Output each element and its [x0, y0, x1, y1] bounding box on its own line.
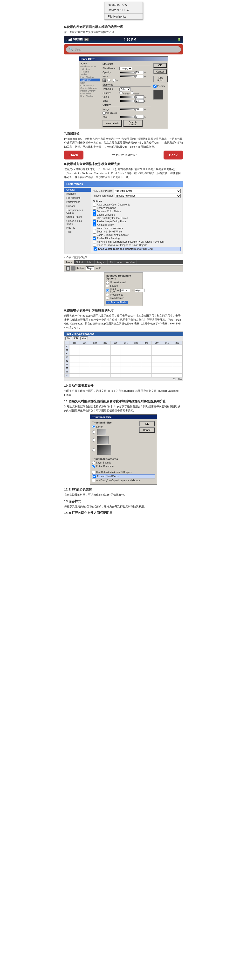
- excel-cell-3-5[interactable]: [121, 356, 131, 359]
- excel-cell-7-1[interactable]: [80, 370, 90, 374]
- pref-item-general[interactable]: General: [64, 188, 91, 192]
- excel-cell-1-1[interactable]: [80, 348, 90, 352]
- check-zoom-windows[interactable]: [93, 227, 96, 230]
- rr-proportional-radio[interactable]: [106, 293, 109, 296]
- excel-cell-1-2[interactable]: [90, 348, 100, 352]
- excel-cell-2-9[interactable]: [162, 352, 172, 356]
- excel-cell-0-9[interactable]: [162, 345, 172, 348]
- excel-cell-6-10[interactable]: [172, 366, 183, 370]
- back-button-left[interactable]: Back: [64, 151, 83, 159]
- check-vary-round[interactable]: [93, 240, 96, 243]
- excel-cell-1-0[interactable]: [69, 348, 80, 352]
- pattern-overlay-item[interactable]: Pattern Overlay: [80, 90, 100, 92]
- excel-cell-8-1[interactable]: [80, 374, 90, 377]
- excel-cell-0-10[interactable]: [172, 345, 183, 348]
- drop-shadow-item[interactable]: Drop Shadow: [80, 95, 100, 97]
- excel-cell-3-1[interactable]: [80, 356, 90, 359]
- pref-item-file-handling[interactable]: File Handling: [64, 196, 91, 200]
- excel-cell-1-10[interactable]: [172, 348, 183, 352]
- excel-cell-3-4[interactable]: [111, 356, 121, 359]
- search-bar[interactable]: 🔍 Sea...: [66, 46, 181, 52]
- excel-cell-3-3[interactable]: [100, 356, 111, 359]
- new-style-btn[interactable]: New Style...: [153, 76, 168, 83]
- context-menu-flip-h[interactable]: Flip Horizontal: [104, 14, 143, 19]
- excel-cell-8-5[interactable]: [121, 374, 131, 377]
- excel-cell-4-2[interactable]: [90, 359, 100, 363]
- pref-item-type[interactable]: Type: [64, 230, 91, 234]
- pref-item-plugins[interactable]: Plug-ins: [64, 226, 91, 230]
- size-input[interactable]: [135, 99, 144, 103]
- radio-glow1[interactable]: [107, 79, 111, 82]
- excel-cell-7-4[interactable]: [111, 370, 121, 374]
- excel-cell-0-0[interactable]: [69, 345, 80, 348]
- excel-cell-0-5[interactable]: [121, 345, 131, 348]
- excel-cell-7-0[interactable]: [69, 370, 80, 374]
- excel-cell-6-9[interactable]: [162, 366, 172, 370]
- choke-input[interactable]: [135, 95, 144, 99]
- check-shift-key[interactable]: [93, 216, 96, 220]
- check-flick-panning[interactable]: [93, 237, 96, 240]
- make-default-btn[interactable]: Make Default: [103, 120, 122, 127]
- excel-cell-2-7[interactable]: [141, 352, 152, 356]
- excel-cell-7-8[interactable]: [152, 370, 162, 374]
- excel-cell-3-2[interactable]: [90, 356, 100, 359]
- check-snap-vector[interactable]: [94, 247, 97, 251]
- excel-cell-8-6[interactable]: [131, 374, 141, 377]
- range-input[interactable]: [135, 108, 144, 111]
- excel-cell-0-7[interactable]: [141, 345, 152, 348]
- cancel-btn[interactable]: Cancel: [153, 69, 167, 74]
- excel-cell-3-7[interactable]: [141, 356, 152, 359]
- excel-cell-1-6[interactable]: [131, 348, 141, 352]
- technique-select[interactable]: Softer: [119, 88, 131, 91]
- thumb-entire-doc-radio[interactable]: [92, 465, 95, 468]
- excel-cell-2-1[interactable]: [80, 352, 90, 356]
- excel-cell-4-4[interactable]: [111, 359, 121, 363]
- excel-cell-4-7[interactable]: [141, 359, 152, 363]
- excel-cell-0-2[interactable]: [90, 345, 100, 348]
- excel-cell-2-5[interactable]: [121, 352, 131, 356]
- excel-cell-4-3[interactable]: [100, 359, 111, 363]
- excel-cell-3-10[interactable]: [172, 356, 183, 359]
- contour-item[interactable]: Contour: [80, 68, 100, 70]
- thumb-layer-bounds-radio[interactable]: [92, 461, 95, 464]
- check-dynamic-color[interactable]: [93, 210, 96, 213]
- radius-input[interactable]: [86, 266, 94, 270]
- excel-cell-8-8[interactable]: [152, 374, 162, 377]
- check-animated-zoom[interactable]: [93, 223, 96, 226]
- blend-mode-select[interactable]: Multiply: [119, 67, 132, 70]
- rr-from-center-radio[interactable]: [106, 297, 109, 300]
- excel-cell-2-0[interactable]: [69, 352, 80, 356]
- excel-cell-7-3[interactable]: [100, 370, 111, 374]
- excel-cell-8-10[interactable]: [172, 374, 183, 377]
- image-interp-select[interactable]: Bicubic Automatic: [115, 194, 181, 198]
- excel-cell-7-5[interactable]: [121, 370, 131, 374]
- excel-cell-8-4[interactable]: [111, 374, 121, 377]
- check-resize-place[interactable]: [93, 220, 96, 223]
- tool-icon[interactable]: ⬜: [66, 266, 70, 270]
- inner-shadow-item[interactable]: Inner Shadow: [80, 76, 100, 78]
- excel-cell-4-5[interactable]: [121, 359, 131, 363]
- noise-slider[interactable]: [120, 75, 135, 77]
- excel-cell-5-1[interactable]: [80, 363, 90, 366]
- excel-cell-4-10[interactable]: [172, 359, 183, 363]
- excel-cell-6-8[interactable]: [152, 366, 162, 370]
- opacity-input[interactable]: [135, 71, 144, 74]
- thumb-large-radio[interactable]: [92, 448, 95, 452]
- excel-cell-4-1[interactable]: [80, 359, 90, 363]
- layer-tab-3d[interactable]: 3D: [107, 260, 115, 264]
- excel-cell-3-9[interactable]: [162, 356, 172, 359]
- excel-btn-1[interactable]: File: [65, 336, 72, 340]
- excel-cell-8-0[interactable]: [69, 374, 80, 377]
- thumb-none-radio[interactable]: [92, 425, 95, 428]
- ok-btn[interactable]: OK: [153, 63, 167, 68]
- excel-cell-7-10[interactable]: [172, 370, 183, 374]
- range-slider[interactable]: [120, 108, 135, 110]
- check-auto-update[interactable]: [93, 203, 96, 206]
- pref-item-guides[interactable]: Guides, Grid & Slices: [64, 219, 91, 226]
- preview-check[interactable]: [153, 84, 157, 88]
- back-button-right[interactable]: Back: [164, 151, 183, 159]
- excel-cell-2-2[interactable]: [90, 352, 100, 356]
- color-overlay-item[interactable]: Color Overlay: [80, 84, 100, 87]
- excel-cell-3-6[interactable]: [131, 356, 141, 359]
- excel-cell-3-0[interactable]: [69, 356, 80, 359]
